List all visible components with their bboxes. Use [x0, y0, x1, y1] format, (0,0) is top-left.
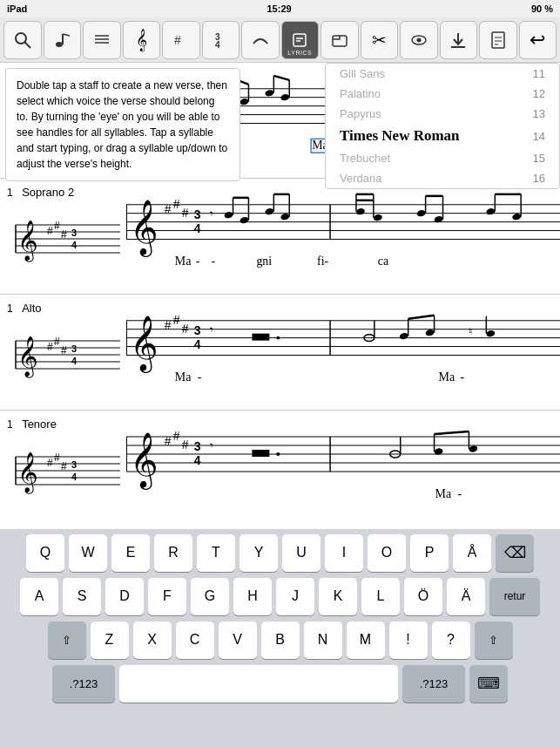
svg-text:3: 3 [194, 439, 201, 453]
lines-button[interactable] [83, 21, 121, 59]
svg-line-4 [63, 34, 70, 36]
key-k[interactable]: K [319, 578, 357, 615]
scissors-button[interactable]: ✂ [361, 21, 399, 59]
svg-point-16 [416, 37, 421, 42]
key-q[interactable]: Q [26, 534, 64, 572]
font-item-palatino[interactable]: Palatino 12 [326, 84, 559, 104]
main-area: 1 Soprano 1 𝄞 # # # [0, 63, 560, 529]
key-shift-left[interactable]: ⇧ [48, 621, 86, 659]
svg-rect-213 [252, 450, 269, 457]
key-w[interactable]: W [69, 534, 107, 572]
key-shift-right[interactable]: ⇧ [475, 621, 513, 659]
svg-point-219 [469, 445, 478, 452]
key-numbers-right[interactable]: .?123 [402, 665, 465, 703]
keyboard-row-3: ⇧ Z X C V B N M ! ? ⇧ [0, 616, 560, 660]
keyboard-row-2: A S D F G H J K L Ö Ä retur [0, 573, 560, 616]
svg-text:#: # [47, 457, 53, 469]
key-p[interactable]: P [410, 534, 449, 572]
search-button[interactable] [3, 21, 42, 59]
key-i[interactable]: I [325, 534, 363, 572]
key-l[interactable]: L [361, 578, 400, 615]
key-y[interactable]: Y [240, 534, 278, 572]
svg-point-175 [399, 332, 408, 340]
key-z[interactable]: Z [91, 621, 129, 659]
font-item-verdana[interactable]: Verdana 16 [326, 168, 559, 188]
svg-point-120 [280, 213, 290, 221]
key-question[interactable]: ? [432, 621, 470, 659]
key-space[interactable] [119, 665, 398, 703]
key-x[interactable]: X [133, 621, 172, 659]
clef-button[interactable]: 𝄞 [123, 21, 161, 59]
eye-button[interactable] [400, 21, 438, 59]
device-label: iPad [7, 3, 27, 14]
key-b[interactable]: B [261, 621, 300, 659]
svg-text:gni: gni [256, 255, 272, 268]
svg-point-54 [265, 89, 274, 97]
font-item-gillsans[interactable]: Gill Sans 11 [326, 64, 559, 84]
box-button[interactable] [320, 21, 359, 59]
font-item-times[interactable]: Times New Roman 14 [326, 124, 559, 148]
key-ae[interactable]: Ä [447, 578, 485, 615]
svg-text:𝄞: 𝄞 [17, 336, 38, 378]
key-m[interactable]: M [347, 621, 385, 659]
svg-text:#: # [182, 322, 189, 336]
tenore-section: 1 Tenore 𝄞 # # # 3 4 [0, 411, 560, 526]
svg-text:#: # [174, 33, 181, 47]
key-j[interactable]: J [276, 578, 314, 615]
key-c[interactable]: C [176, 621, 214, 659]
key-s[interactable]: S [63, 578, 101, 615]
note-button[interactable] [44, 21, 82, 59]
font-dropdown: Gill Sans 11 Palatino 12 Papyrus 13 Time… [325, 63, 560, 189]
curve-button[interactable] [241, 21, 280, 59]
key-a[interactable]: A [20, 578, 58, 615]
download-button[interactable] [440, 21, 478, 59]
key-keyboard[interactable]: ⌨ [469, 665, 508, 703]
svg-text:#: # [61, 460, 67, 472]
svg-text:♮: ♮ [469, 325, 472, 337]
svg-point-181 [486, 329, 496, 337]
undo-button[interactable]: ↩ [519, 21, 557, 59]
alto-section: 1 Alto 𝄞 # # # 3 4 [0, 295, 560, 411]
key-o[interactable]: O [368, 534, 406, 572]
svg-text:ca: ca [378, 255, 388, 268]
key-d[interactable]: D [105, 578, 144, 615]
key-g[interactable]: G [191, 578, 229, 615]
key-h[interactable]: H [233, 578, 272, 615]
instruction-panel: Double tap a staff to create a new verse… [5, 68, 240, 181]
svg-point-113 [224, 211, 233, 219]
key-f[interactable]: F [148, 578, 186, 615]
key-return[interactable]: retur [489, 578, 540, 615]
key-numbers-left[interactable]: .?123 [52, 665, 115, 703]
svg-text:4: 4 [194, 221, 201, 235]
alto-staff: 𝄞 # # # 3 4 𝄾 [126, 295, 560, 410]
key-exclaim[interactable]: ! [389, 621, 428, 659]
svg-point-134 [486, 207, 496, 215]
soprano2-section: 1 Soprano 2 𝄞 # # # 3 4 [0, 179, 560, 295]
svg-rect-11 [293, 34, 306, 46]
lyrics-label: LYRICS [287, 50, 312, 56]
key-r[interactable]: R [154, 534, 192, 572]
key-aa[interactable]: Å [453, 534, 491, 572]
svg-point-115 [240, 216, 249, 224]
svg-text:4: 4 [71, 472, 78, 482]
svg-text:#: # [173, 197, 180, 211]
svg-text:-: - [198, 370, 202, 384]
time-sig-button[interactable]: 3 4 [202, 21, 240, 59]
font-item-papyrus[interactable]: Papyrus 13 [326, 104, 559, 124]
key-n[interactable]: N [304, 621, 342, 659]
lyrics-button[interactable]: LYRICS [281, 21, 320, 59]
document-button[interactable] [479, 21, 517, 59]
key-e[interactable]: E [111, 534, 150, 572]
svg-text:3: 3 [71, 343, 77, 354]
key-t[interactable]: T [197, 534, 235, 572]
font-item-trebuchet[interactable]: Trebuchet 15 [326, 148, 559, 168]
key-oo[interactable]: Ö [404, 578, 442, 615]
accidental-button[interactable]: # [162, 21, 200, 59]
svg-text:-: - [196, 255, 200, 268]
svg-text:4: 4 [194, 453, 201, 467]
tenore-name: Tenore [22, 418, 57, 431]
key-delete[interactable]: ⌫ [496, 534, 534, 572]
key-u[interactable]: U [282, 534, 320, 572]
soprano2-label: 1 Soprano 2 𝄞 # # # 3 4 [0, 179, 126, 273]
key-v[interactable]: V [219, 621, 257, 659]
